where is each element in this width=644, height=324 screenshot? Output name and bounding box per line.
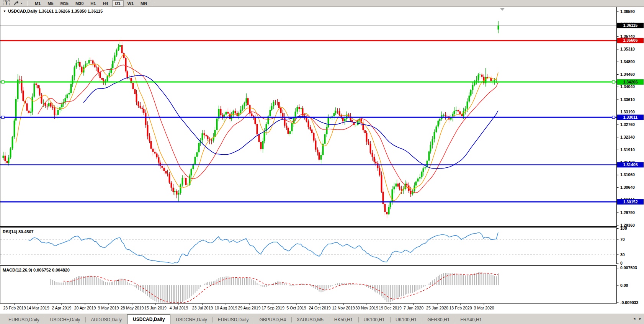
arrows-tool-button[interactable]: ▼	[12, 0, 24, 7]
svg-text:4 Jul 2019: 4 Jul 2019	[170, 306, 188, 310]
svg-text:1.30640: 1.30640	[620, 185, 635, 190]
svg-text:23 Jul 2019: 23 Jul 2019	[192, 306, 213, 310]
chart-title-ohlc: 1.36161 1.36266 1.35850 1.36115	[38, 9, 103, 13]
rsi-panel[interactable]	[0, 228, 617, 264]
svg-text:1.33011: 1.33011	[623, 115, 638, 119]
tab-scroll-left-icon[interactable]: ◄	[633, 317, 636, 321]
tab-scroll-right-icon[interactable]: ►	[639, 317, 642, 321]
line-handle[interactable]	[2, 116, 4, 119]
svg-text:1.35606: 1.35606	[623, 38, 638, 43]
svg-text:7 Jan 2020: 7 Jan 2020	[404, 306, 423, 310]
svg-text:1.34206: 1.34206	[623, 80, 638, 84]
svg-text:10 Aug 2019: 10 Aug 2019	[215, 306, 237, 310]
chart-tab-5-eurusd-daily[interactable]: EURUSD,Daily	[212, 316, 254, 324]
svg-text:3 Mar 2020: 3 Mar 2020	[474, 306, 494, 310]
chart-tab-0-eurusd-daily[interactable]: EURUSD,Daily	[3, 316, 45, 324]
svg-text:23 Feb 2019: 23 Feb 2019	[3, 306, 26, 310]
svg-text:-0.009033: -0.009033	[620, 300, 638, 305]
timeframe-button-m15[interactable]: M15	[57, 0, 72, 7]
toolbar: T ▼ M1M5M15M30H1H4D1W1MN	[0, 0, 644, 7]
chart-tab-6-gbpusd-h4[interactable]: GBPUSD,H4	[254, 316, 291, 324]
svg-text:13 Feb 2020: 13 Feb 2020	[449, 306, 472, 310]
svg-text:29 Aug 2019: 29 Aug 2019	[238, 306, 261, 310]
svg-text:30 Nov 2019: 30 Nov 2019	[355, 306, 378, 310]
svg-text:1.36115: 1.36115	[623, 23, 638, 28]
chart-tab-10-uk100-h1[interactable]: UK100,H1	[390, 316, 422, 324]
tab-scroll-arrows: ◄ ►	[633, 317, 642, 321]
toolbar-grip-end	[153, 1, 154, 6]
toolbar-grip	[28, 1, 29, 6]
chart-tab-1-usdchf-daily[interactable]: USDCHF,Daily	[45, 316, 86, 324]
text-tool-icon: T	[3, 0, 10, 6]
chart-tab-3-usdcad-daily[interactable]: USDCAD,Daily	[127, 314, 170, 324]
svg-text:1.33610: 1.33610	[620, 97, 635, 102]
svg-text:14 Mar 2019: 14 Mar 2019	[27, 306, 49, 310]
chart-title: ▼USDCAD,Daily 1.36161 1.36266 1.35850 1.…	[3, 9, 103, 13]
svg-text:1.33190: 1.33190	[620, 110, 635, 114]
chart-tab-7-xauusd-m5[interactable]: XAUUSD,M5	[291, 316, 329, 324]
chart-title-symbol: USDCAD,Daily	[8, 9, 37, 13]
svg-text:30: 30	[620, 252, 625, 257]
svg-text:70: 70	[620, 237, 625, 242]
chart-tab-9-uk100-h1[interactable]: UK100,H1	[358, 316, 390, 324]
timeframe-button-d1[interactable]: D1	[112, 0, 123, 7]
timeframe-button-m1[interactable]: M1	[32, 0, 44, 7]
text-tool-button[interactable]: T	[2, 0, 11, 7]
svg-text:0.007503: 0.007503	[620, 265, 637, 270]
svg-text:1.31060: 1.31060	[620, 172, 635, 177]
svg-text:1.32760: 1.32760	[620, 122, 635, 127]
svg-text:1.30152: 1.30152	[623, 200, 638, 204]
trading-terminal: T ▼ M1M5M15M30H1H4D1W1MN 1.365901.361601…	[0, 0, 644, 324]
line-handle[interactable]	[612, 116, 615, 119]
macd-indicator-label: MACD(12,26,9) 0.006752 0.004820	[3, 268, 70, 272]
symbol-tab-bar: EURUSD,DailyUSDCHF,DailyAUDUSD,DailyUSDC…	[0, 314, 644, 324]
svg-text:1.35310: 1.35310	[620, 47, 635, 51]
chart-tab-4-usdcnh-daily[interactable]: USDCNH,Daily	[170, 316, 212, 324]
chart-area[interactable]: 1.365901.361601.357401.353101.348901.344…	[0, 0, 644, 314]
rsi-indicator-label: RSI(14) 80.4507	[3, 229, 34, 234]
svg-text:12 Nov 2019: 12 Nov 2019	[332, 306, 355, 310]
svg-text:1.31910: 1.31910	[620, 147, 635, 152]
chart-tab-12-fra40-h1[interactable]: FRA40,H1	[455, 316, 487, 324]
svg-text:25 Jan 2020: 25 Jan 2020	[426, 306, 448, 310]
svg-text:1.31405: 1.31405	[623, 162, 638, 167]
arrows-tool-icon	[13, 1, 19, 6]
svg-text:1.29790: 1.29790	[620, 210, 635, 215]
svg-text:15 Jun 2019: 15 Jun 2019	[144, 306, 167, 310]
svg-text:1.34040: 1.34040	[620, 84, 635, 89]
chart-tab-8-hk50-h1[interactable]: HK50,H1	[329, 316, 358, 324]
svg-text:1.34460: 1.34460	[620, 72, 635, 77]
svg-text:5 Oct 2019: 5 Oct 2019	[286, 306, 306, 310]
svg-text:100: 100	[620, 226, 627, 231]
svg-text:17 Sep 2019: 17 Sep 2019	[262, 306, 284, 310]
svg-text:0.00: 0.00	[620, 283, 628, 288]
svg-text:9 May 2019: 9 May 2019	[98, 306, 119, 310]
svg-text:2 Apr 2019: 2 Apr 2019	[52, 306, 72, 310]
svg-text:1.34890: 1.34890	[620, 59, 635, 64]
chart-tab-2-audusd-daily[interactable]: AUDUSD,Daily	[85, 316, 127, 324]
svg-text:20 Apr 2019: 20 Apr 2019	[74, 306, 96, 310]
timeframe-button-m30[interactable]: M30	[72, 0, 87, 7]
svg-text:1.32340: 1.32340	[620, 135, 635, 139]
line-handle[interactable]	[612, 81, 615, 83]
line-handle[interactable]	[2, 81, 4, 83]
timeframe-button-h4[interactable]: H4	[100, 0, 111, 7]
svg-text:0: 0	[620, 261, 623, 265]
timeframe-button-mn[interactable]: MN	[137, 0, 150, 7]
timeframe-button-m5[interactable]: M5	[44, 0, 56, 7]
timeframe-button-group: M1M5M15M30H1H4D1W1MN	[31, 0, 150, 7]
chart-menu-arrow-icon: ▼	[3, 10, 6, 13]
svg-text:19 Dec 2019: 19 Dec 2019	[379, 306, 402, 310]
timeframe-button-w1[interactable]: W1	[124, 0, 137, 7]
chart-tab-11-ger30-h1[interactable]: GER30,H1	[422, 316, 455, 324]
svg-text:28 May 2019: 28 May 2019	[121, 306, 144, 310]
chevron-down-icon: ▼	[20, 2, 23, 5]
timeframe-button-h1[interactable]: H1	[87, 0, 99, 7]
svg-text:24 Oct 2019: 24 Oct 2019	[309, 306, 330, 310]
svg-text:1.36590: 1.36590	[620, 9, 635, 14]
